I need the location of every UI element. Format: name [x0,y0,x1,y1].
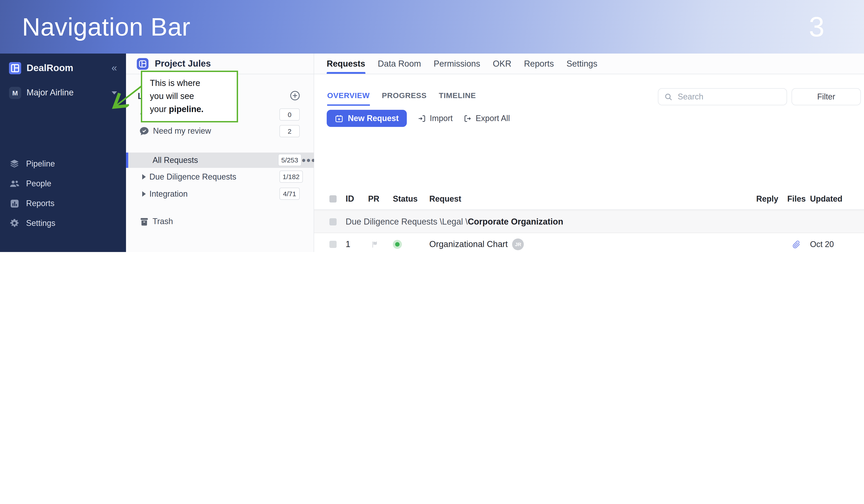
group-row[interactable]: Due Diligence Requests \Legal \Corporate… [314,210,864,233]
trash-item[interactable]: Trash [126,214,314,229]
select-all-checkbox[interactable] [329,195,337,203]
more-options-icon[interactable]: ●●● [301,156,316,164]
settings-icon [9,218,20,229]
list-count-badge: 4/71 [279,188,300,200]
flag-icon[interactable] [361,241,386,248]
reports-icon [9,198,20,209]
org-avatar: M [9,87,21,99]
list-count-badge: 1/182 [279,170,303,183]
sidebar: DealRoom « M Major Airline PipelinePeopl… [0,53,126,252]
org-switcher[interactable]: M Major Airline [0,83,126,102]
search-box[interactable] [658,88,787,105]
annotation-box-pipeline: This is where you will see your pipeline… [141,71,238,122]
paperclip-icon[interactable] [792,240,801,249]
tab-permissions[interactable]: Permissions [434,53,480,74]
col-id: ID [337,194,361,204]
expand-caret-icon[interactable] [142,191,146,197]
updated-date: Oct 20 [810,240,864,249]
org-name: Major Airline [26,88,112,98]
brand: DealRoom « [0,58,126,78]
sidebar-item-pipeline[interactable]: Pipeline [0,154,126,174]
people-icon [9,178,20,189]
table-header: ID PR Status Request Reply Files Updated [314,189,864,210]
subtab-overview[interactable]: OVERVIEW [327,91,370,103]
review-count-badge: 2 [279,125,300,137]
trash-icon [140,217,149,226]
request-row[interactable]: 1Organizational ChartJROct 20 [314,233,864,252]
add-list-icon[interactable] [290,91,300,103]
col-reply: Reply [752,194,783,204]
expand-caret-icon[interactable] [142,174,146,180]
import-button[interactable]: Import [418,113,453,123]
col-pr: PR [361,194,386,204]
banner-page-number: 3 [809,11,824,43]
panel-title: Project Jules [155,59,211,69]
screen: Navigation Bar 3 DealRoom « M Major Airl… [0,0,864,252]
search-icon [665,93,672,100]
brand-name: DealRoom [26,62,112,73]
new-request-button[interactable]: New Request [327,110,407,127]
assigned-count-badge: 0 [279,108,300,121]
project-icon [137,58,148,70]
review-bubble-icon [139,126,149,136]
filter-button[interactable]: Filter [792,88,861,105]
need-my-review-label: Need my review [153,126,211,136]
tab-reports[interactable]: Reports [524,53,554,74]
status-dot[interactable] [393,240,402,249]
main-content: RequestsData RoomPermissionsOKRReportsSe… [314,53,864,252]
banner-title: Navigation Bar [22,12,191,41]
col-request: Request [422,194,752,204]
calendar-plus-icon [335,114,343,123]
chevron-down-icon [112,91,117,94]
all-requests-label: All Requests [153,155,198,165]
subtab-timeline[interactable]: TIMELINE [439,91,476,103]
trash-label: Trash [153,217,173,226]
export-all-button[interactable]: Export All [464,113,510,123]
pipeline-icon [9,158,20,169]
sidebar-nav: PipelinePeopleReportsSettings [0,154,126,233]
export-icon [464,114,472,123]
collapse-sidebar-icon[interactable]: « [112,62,117,74]
tab-okr[interactable]: OKR [493,53,511,74]
tab-requests[interactable]: Requests [327,53,365,74]
all-requests-count-badge: 5/253 [278,154,301,166]
sidebar-item-settings[interactable]: Settings [0,213,126,233]
col-status: Status [386,194,422,204]
tab-data-room[interactable]: Data Room [378,53,421,74]
room-tabs: RequestsData RoomPermissionsOKRReportsSe… [314,53,864,74]
request-id: 1 [337,239,361,249]
assignee-avatar: JR [512,239,524,250]
tutorial-banner: Navigation Bar 3 [0,0,864,53]
row-checkbox[interactable] [329,218,337,225]
row-checkbox[interactable] [329,241,337,248]
sidebar-item-people[interactable]: People [0,174,126,193]
dealroom-logo-icon [9,62,21,74]
tab-settings[interactable]: Settings [566,53,597,74]
col-updated: Updated [810,194,864,204]
sidebar-item-reports[interactable]: Reports [0,193,126,213]
search-input[interactable] [677,92,783,102]
subtab-progress[interactable]: PROGRESS [382,91,427,103]
col-files: Files [783,194,810,204]
import-icon [418,114,426,123]
requests-table: Due Diligence Requests \Legal \Corporate… [314,210,864,252]
